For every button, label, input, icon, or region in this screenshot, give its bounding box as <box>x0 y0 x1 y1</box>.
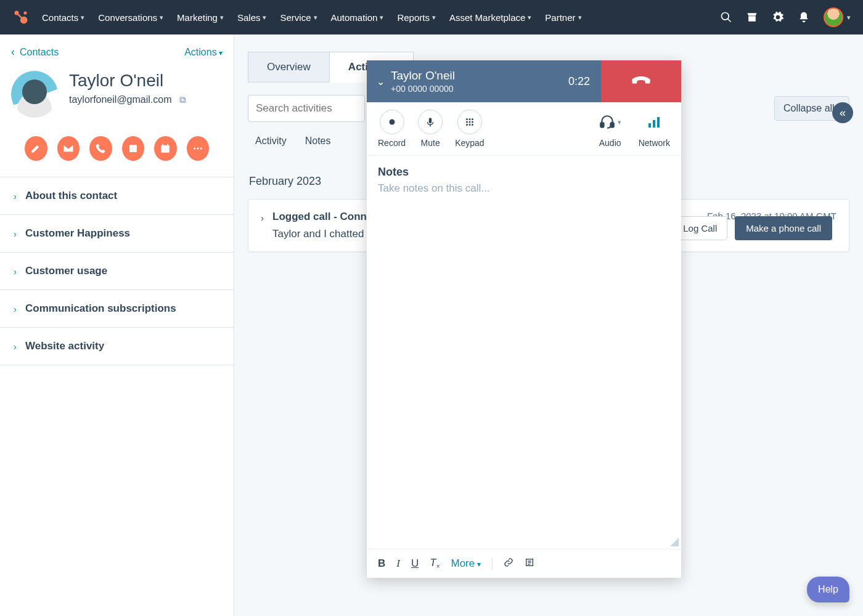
contact-name: Taylor O'neil <box>69 71 186 91</box>
svg-rect-11 <box>429 118 432 123</box>
copy-icon[interactable]: ⧉ <box>179 94 186 105</box>
section-comm-subscriptions[interactable]: ›Communication subscriptions <box>0 290 234 328</box>
more-button[interactable] <box>187 136 210 161</box>
log-button[interactable] <box>122 136 145 161</box>
hubspot-logo-icon[interactable] <box>12 9 30 26</box>
nav-right-icons: ▾ <box>720 7 851 27</box>
section-customer-usage[interactable]: ›Customer usage <box>0 253 234 290</box>
marketplace-icon[interactable] <box>746 11 758 23</box>
email-button[interactable] <box>57 136 80 161</box>
svg-point-20 <box>472 124 473 126</box>
nav-reports[interactable]: Reports▾ <box>397 12 436 23</box>
network-button[interactable]: Network <box>639 110 670 148</box>
nav-items: Contacts▾ Conversations▾ Marketing▾ Sale… <box>42 12 720 23</box>
nav-partner[interactable]: Partner▾ <box>545 12 581 23</box>
contact-sidebar: Contacts Actions Taylor O'neil taylorfon… <box>0 34 234 616</box>
chevron-right-icon: › <box>14 191 17 201</box>
more-format-button[interactable]: More <box>451 557 480 570</box>
call-button[interactable] <box>89 136 112 161</box>
notifications-icon[interactable] <box>798 11 810 23</box>
settings-icon[interactable] <box>772 11 784 23</box>
svg-rect-23 <box>648 123 651 128</box>
call-timer: 0:22 <box>568 75 590 88</box>
svg-point-16 <box>468 121 470 123</box>
contact-avatar[interactable] <box>11 71 58 118</box>
activity-title: Logged call - Connec <box>272 211 378 223</box>
user-menu[interactable]: ▾ <box>824 7 851 27</box>
activity-body: Taylor and I chatted q <box>272 228 378 240</box>
resize-handle-icon[interactable] <box>670 538 679 546</box>
notes-title: Notes <box>378 166 670 179</box>
italic-button[interactable]: I <box>396 557 400 570</box>
link-button[interactable] <box>504 557 513 570</box>
hangup-button[interactable] <box>601 60 681 102</box>
svg-rect-4 <box>129 145 137 152</box>
svg-rect-24 <box>653 120 655 128</box>
call-contact-name: Taylor O'neil <box>391 69 455 83</box>
note-button[interactable] <box>25 136 47 161</box>
avatar <box>824 7 843 27</box>
nav-contacts[interactable]: Contacts▾ <box>42 12 84 23</box>
chevron-right-icon: › <box>14 229 17 239</box>
nav-automation[interactable]: Automation▾ <box>331 12 384 23</box>
call-controls: Record Mute Keypad ▾ Audio Network <box>367 102 681 156</box>
back-to-contacts-link[interactable]: Contacts <box>11 46 59 59</box>
snippet-button[interactable] <box>525 557 534 570</box>
svg-rect-25 <box>657 117 660 128</box>
svg-point-18 <box>466 124 468 126</box>
help-button[interactable]: Help <box>807 577 849 602</box>
search-icon[interactable] <box>720 11 732 23</box>
section-customer-happiness[interactable]: ›Customer Happiness <box>0 215 234 253</box>
right-panel-toggle[interactable]: « <box>832 102 853 123</box>
notes-placeholder: Take notes on this call... <box>378 182 670 195</box>
svg-point-10 <box>389 120 395 125</box>
keypad-button[interactable]: Keypad <box>455 110 484 148</box>
filter-notes[interactable]: Notes <box>305 136 331 147</box>
svg-rect-5 <box>162 145 170 153</box>
svg-point-14 <box>472 118 473 120</box>
toolbar-divider <box>492 557 493 570</box>
svg-rect-21 <box>600 123 603 128</box>
chevron-right-icon: › <box>14 304 17 314</box>
call-contact-phone: +00 0000 00000 <box>391 84 455 94</box>
svg-point-7 <box>197 148 198 150</box>
contact-email[interactable]: taylorfoneil@gmail.com <box>69 94 172 105</box>
bold-button[interactable]: B <box>378 557 385 570</box>
actions-menu[interactable]: Actions <box>184 47 223 58</box>
section-about[interactable]: ›About this contact <box>0 177 234 215</box>
nav-asset-marketplace[interactable]: Asset Marketplace▾ <box>449 12 531 23</box>
svg-point-3 <box>722 13 729 20</box>
svg-point-17 <box>472 121 473 123</box>
clear-format-button[interactable]: T× <box>430 557 440 570</box>
chevron-down-icon: ▾ <box>432 14 436 22</box>
task-button[interactable] <box>154 136 177 161</box>
chevron-down-icon: ▾ <box>578 14 582 22</box>
audio-button[interactable]: ▾ Audio <box>599 110 621 148</box>
nav-sales[interactable]: Sales▾ <box>237 12 267 23</box>
chevron-down-icon: ▾ <box>81 14 84 22</box>
chevron-right-icon[interactable]: › <box>261 211 264 240</box>
section-website-activity[interactable]: ›Website activity <box>0 328 234 365</box>
top-nav: Contacts▾ Conversations▾ Marketing▾ Sale… <box>0 0 863 34</box>
chevron-right-icon: › <box>14 266 17 277</box>
svg-point-13 <box>468 118 470 120</box>
record-button[interactable]: Record <box>378 110 406 148</box>
tab-overview[interactable]: Overview <box>248 52 329 83</box>
chevron-down-icon: ▾ <box>220 14 224 22</box>
nav-conversations[interactable]: Conversations▾ <box>98 12 163 23</box>
call-notes-area[interactable]: Notes Take notes on this call... <box>367 156 681 549</box>
call-header: ⌄ Taylor O'neil +00 0000 00000 0:22 <box>367 60 681 102</box>
search-activities[interactable] <box>248 95 365 122</box>
chevron-down-icon: ▾ <box>160 14 163 22</box>
filter-activity[interactable]: Activity <box>255 136 287 147</box>
collapse-call-icon[interactable]: ⌄ <box>377 76 385 87</box>
svg-point-1 <box>23 11 27 14</box>
nav-marketing[interactable]: Marketing▾ <box>177 12 224 23</box>
mute-button[interactable]: Mute <box>418 110 443 148</box>
underline-button[interactable]: U <box>411 557 419 570</box>
svg-point-19 <box>468 124 470 126</box>
nav-service[interactable]: Service▾ <box>280 12 317 23</box>
chevron-right-icon: › <box>14 341 17 352</box>
editor-toolbar: B I U T× More <box>367 549 681 578</box>
make-phone-call-button[interactable]: Make a phone call <box>735 216 832 240</box>
